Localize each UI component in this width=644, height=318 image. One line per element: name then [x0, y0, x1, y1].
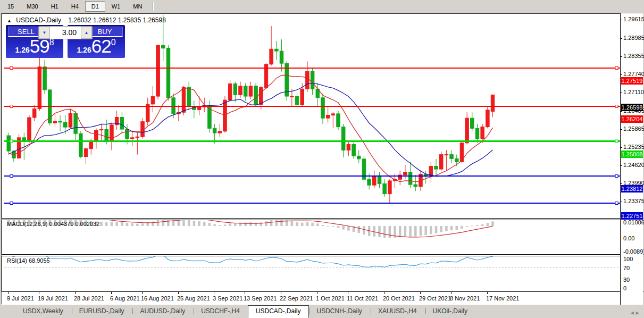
- candle: [7, 133, 11, 155]
- tab-xauusd-h4[interactable]: XAUUSD-,H4: [370, 305, 425, 318]
- candle: [193, 101, 196, 118]
- date-tick-mark: [420, 292, 421, 294]
- timeframe-button-D1[interactable]: D1: [85, 1, 105, 12]
- macd-histogram-bar: [358, 226, 361, 233]
- line-anchor-marker[interactable]: [10, 140, 13, 143]
- date-label: 29 Oct 2021: [419, 295, 451, 302]
- timeframe-button-H4[interactable]: H4: [65, 1, 85, 12]
- candle: [357, 150, 361, 163]
- price-tick-mark: [621, 56, 622, 57]
- date-label: 9 Jul 2021: [7, 295, 34, 302]
- macd-histogram-bar: [203, 222, 206, 226]
- tab-scroll-arrows[interactable]: ◀▶: [631, 311, 641, 315]
- price-tick: 1.23375: [623, 198, 644, 204]
- macd-histogram-bar: [131, 223, 133, 226]
- timeframe-button-W1[interactable]: W1: [105, 1, 127, 12]
- candle: [48, 89, 52, 125]
- candle: [38, 52, 41, 111]
- date-label: 3 Sep 2021: [213, 295, 242, 302]
- macd-histogram-bar: [414, 226, 417, 236]
- tab-scroll-left-icon[interactable]: ◀: [631, 311, 636, 315]
- macd-histogram-bar: [105, 222, 108, 226]
- candle: [445, 150, 448, 170]
- level-price-badge: 1.23812: [621, 185, 643, 193]
- tab-usdx-weekly[interactable]: USDX,Weekly: [15, 305, 71, 318]
- candle: [450, 150, 454, 163]
- candle: [28, 115, 31, 143]
- timeframe-toolbar: 15M30H1H4D1W1MN: [0, 0, 644, 12]
- line-anchor-marker[interactable]: [10, 66, 13, 69]
- tab-usdcad-daily[interactable]: USDCAD-,Daily: [248, 305, 309, 318]
- macd-histogram-bar: [100, 222, 103, 226]
- candle: [95, 128, 98, 148]
- date-tick-mark: [142, 292, 143, 294]
- timeframe-button-MN[interactable]: MN: [127, 1, 148, 12]
- macd-histogram-bar: [445, 226, 448, 231]
- tab-audusd-daily[interactable]: AUDUSD-,Daily: [132, 305, 193, 318]
- volume-decrease-icon[interactable]: ▼: [39, 27, 50, 39]
- rsi-pane[interactable]: [4, 256, 620, 291]
- candle: [373, 171, 377, 188]
- price-axis[interactable]: 1.296151.289851.283551.277401.271101.264…: [620, 13, 643, 305]
- macd-histogram-bar: [363, 226, 365, 235]
- price-tick-mark: [621, 20, 622, 20]
- date-axis[interactable]: 9 Jul 202119 Jul 202128 Jul 20216 Aug 20…: [2, 292, 620, 305]
- chart-title: ▲ USDCAD-,Daily 1.26032 1.26612 1.25835 …: [7, 16, 166, 24]
- timeframe-button-M30[interactable]: M30: [20, 1, 44, 12]
- volume-input[interactable]: 3.00: [50, 27, 81, 39]
- date-tick-mark: [281, 292, 281, 294]
- tab-scroll-right-icon[interactable]: ▶: [636, 311, 641, 315]
- candle: [378, 172, 381, 188]
- tab-usdcnh-daily[interactable]: USDCNH-,Daily: [309, 305, 370, 318]
- candle: [249, 82, 253, 99]
- macd-histogram-bar: [487, 223, 489, 226]
- candle: [347, 141, 350, 156]
- date-label: 8 Nov 2021: [450, 295, 480, 302]
- macd-histogram-bar: [213, 224, 216, 226]
- candle: [187, 82, 191, 110]
- date-label: 19 Jul 2021: [38, 295, 68, 302]
- macd-histogram-bar: [471, 225, 474, 226]
- line-anchor-marker[interactable]: [615, 66, 618, 69]
- tab-eurusd-daily[interactable]: EURUSD-,Daily: [71, 305, 132, 318]
- candle: [120, 112, 124, 132]
- line-anchor-marker[interactable]: [615, 175, 618, 178]
- candle: [218, 124, 222, 137]
- price-tick-mark: [621, 183, 622, 184]
- price-tick-mark: [621, 129, 622, 130]
- macd-histogram-bar: [306, 222, 309, 226]
- date-label: 25 Aug 2021: [177, 295, 210, 302]
- macd-histogram-bar: [316, 223, 319, 226]
- candle: [475, 124, 479, 143]
- timeframe-button-15[interactable]: 15: [1, 1, 20, 12]
- macd-histogram-bar: [178, 220, 180, 226]
- line-anchor-marker[interactable]: [10, 105, 13, 108]
- tab-ukoil-daily[interactable]: UKOil-,Daily: [425, 305, 475, 318]
- candle: [388, 179, 392, 203]
- line-anchor-marker[interactable]: [615, 140, 618, 143]
- candle: [434, 159, 438, 177]
- line-anchor-marker[interactable]: [10, 202, 13, 205]
- tab-usdchf-h4[interactable]: USDCHF-,H4: [193, 305, 248, 318]
- macd-histogram-bar: [208, 223, 211, 226]
- macd-histogram-bar: [249, 222, 252, 226]
- candle: [156, 45, 160, 99]
- macd-histogram-bar: [399, 226, 402, 237]
- date-label: 28 Jul 2021: [74, 295, 104, 302]
- candle: [79, 131, 83, 158]
- rsi-line: [9, 256, 492, 267]
- macd-axis-tick: 0.00: [623, 235, 634, 241]
- candle: [465, 112, 469, 144]
- volume-increase-icon[interactable]: ▲: [81, 27, 92, 39]
- line-anchor-marker[interactable]: [615, 202, 618, 205]
- line-anchor-marker[interactable]: [10, 175, 13, 178]
- collapse-trade-panel-icon[interactable]: ▲: [7, 18, 12, 23]
- price-tick: 1.25865: [623, 125, 644, 132]
- macd-histogram-bar: [275, 220, 278, 226]
- candle: [84, 147, 88, 164]
- candle: [280, 39, 283, 71]
- line-anchor-marker[interactable]: [615, 105, 618, 108]
- macd-histogram-bar: [327, 226, 329, 227]
- timeframe-button-H1[interactable]: H1: [45, 1, 65, 12]
- rsi-axis-tick: 100: [623, 256, 633, 262]
